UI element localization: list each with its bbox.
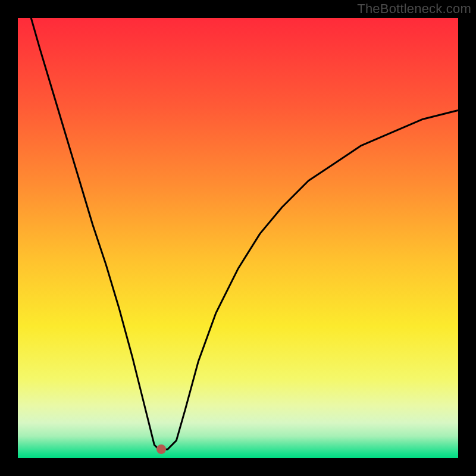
bottleneck-curve (18, 18, 458, 458)
chart-frame: TheBottleneck.com (0, 0, 476, 476)
plot-area (18, 18, 458, 458)
watermark-text: TheBottleneck.com (357, 1, 471, 17)
optimum-marker (156, 444, 166, 454)
